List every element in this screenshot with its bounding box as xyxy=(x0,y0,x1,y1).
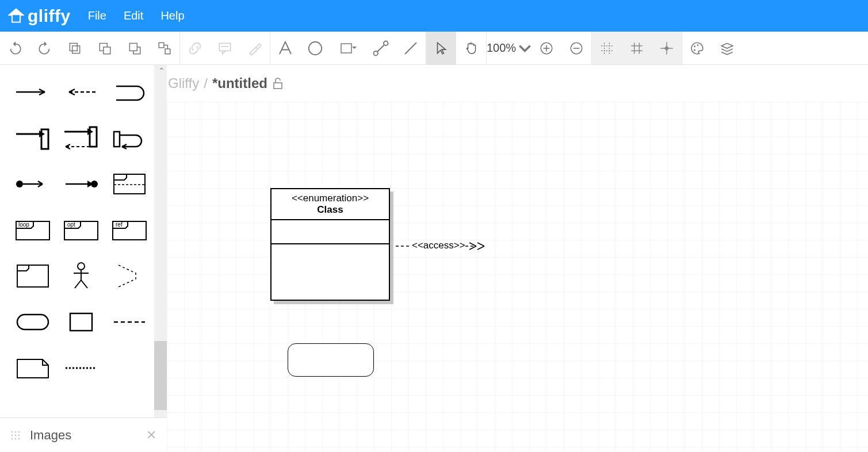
app-logo[interactable]: gliffy xyxy=(8,6,71,26)
svg-point-33 xyxy=(697,44,699,46)
stencil-rounded-rect[interactable] xyxy=(12,301,54,343)
svg-rect-0 xyxy=(70,43,77,51)
comment-button xyxy=(210,32,240,65)
stencil-found-message[interactable] xyxy=(12,163,54,205)
document-breadcrumb: Gliffy / *untitled xyxy=(167,75,284,91)
svg-rect-38 xyxy=(41,129,48,149)
stencil-lost-message[interactable] xyxy=(60,163,102,205)
undo-button[interactable] xyxy=(0,32,30,65)
svg-point-64 xyxy=(18,431,20,432)
pan-tool-button[interactable] xyxy=(456,32,486,65)
text-icon xyxy=(277,40,294,57)
svg-rect-8 xyxy=(219,43,231,51)
show-grid-button[interactable] xyxy=(622,32,652,65)
stencil-ref-frame[interactable]: ref xyxy=(108,209,151,251)
text-tool-button[interactable] xyxy=(270,32,300,65)
group-button[interactable] xyxy=(150,32,179,65)
ref-label: ref xyxy=(116,221,123,228)
stencil-rect[interactable] xyxy=(60,301,102,343)
theme-button[interactable] xyxy=(682,32,712,65)
send-back-button[interactable] xyxy=(120,32,150,65)
uml-enumeration-shape[interactable]: <<enumeration>> Class xyxy=(270,188,390,301)
images-panel-header[interactable]: Images ✕ xyxy=(0,417,167,452)
copy-button[interactable] xyxy=(60,32,90,65)
svg-point-63 xyxy=(15,431,17,432)
zoom-out-button[interactable] xyxy=(561,32,591,65)
canvas-area[interactable]: Gliffy / *untitled <<enumeration>> Class xyxy=(167,65,868,452)
stencil-frame[interactable] xyxy=(12,255,54,297)
svg-line-15 xyxy=(405,43,416,54)
uml-attributes-section[interactable] xyxy=(272,219,389,243)
stencil-dashed-line[interactable] xyxy=(108,301,151,343)
connector-tool-button[interactable] xyxy=(366,32,396,65)
svg-rect-7 xyxy=(165,49,170,54)
stencil-activation-return[interactable] xyxy=(60,117,102,159)
zoom-in-button[interactable] xyxy=(531,32,561,65)
stencil-return-arrow[interactable] xyxy=(60,71,102,113)
eyedropper-icon xyxy=(247,41,262,56)
line-tool-button[interactable] xyxy=(396,32,426,65)
redo-button[interactable] xyxy=(30,32,60,65)
scrollbar-thumb[interactable] xyxy=(154,341,167,410)
snap-grid-icon xyxy=(599,41,614,56)
sidebar: ⌃ loop opt ref xyxy=(0,65,167,452)
unlock-icon[interactable] xyxy=(272,77,284,90)
layers-icon xyxy=(720,41,735,56)
chevron-down-icon xyxy=(518,41,531,56)
stencil-actor[interactable] xyxy=(60,255,102,297)
svg-point-10 xyxy=(309,41,322,55)
link-button xyxy=(180,32,210,65)
svg-point-69 xyxy=(15,438,17,439)
stencil-message-arrow[interactable] xyxy=(12,71,54,113)
gliffy-icon xyxy=(8,8,24,24)
svg-rect-6 xyxy=(159,43,164,48)
svg-rect-40 xyxy=(90,127,97,147)
palette-icon xyxy=(690,41,705,56)
menu-help[interactable]: Help xyxy=(160,9,184,22)
svg-point-62 xyxy=(12,431,13,432)
bring-front-icon xyxy=(97,41,112,56)
close-icon[interactable]: ✕ xyxy=(146,428,156,443)
svg-rect-71 xyxy=(274,83,282,89)
stencil-frame-dashed[interactable] xyxy=(108,163,151,205)
document-filename[interactable]: *untitled xyxy=(212,75,267,91)
uml-class-name: Class xyxy=(317,204,343,215)
stencil-activation-send[interactable] xyxy=(12,117,54,159)
rectangle-tool-button[interactable] xyxy=(330,32,366,65)
stencil-dotted-line[interactable] xyxy=(60,347,102,389)
bring-front-button[interactable] xyxy=(90,32,120,65)
stencil-self-message[interactable] xyxy=(108,71,151,113)
uml-operations-section[interactable] xyxy=(272,243,389,293)
breadcrumb-sep: / xyxy=(204,75,208,91)
link-icon xyxy=(188,41,202,56)
scrollbar-track[interactable]: ⌃ xyxy=(154,65,167,417)
menubar: gliffy File Edit Help xyxy=(0,0,868,32)
svg-rect-42 xyxy=(114,132,120,147)
stencil-note[interactable] xyxy=(12,347,54,389)
shape-library: ⌃ loop opt ref xyxy=(0,65,167,417)
svg-rect-58 xyxy=(17,315,48,330)
menu-file[interactable]: File xyxy=(88,9,106,22)
stencil-self-activation[interactable] xyxy=(108,117,151,159)
stencil-loop-frame[interactable]: loop xyxy=(12,209,54,251)
circle-tool-button[interactable] xyxy=(300,32,330,65)
canvas-grid[interactable]: <<enumeration>> Class <<access>> xyxy=(167,102,868,452)
svg-point-68 xyxy=(12,438,13,439)
svg-point-32 xyxy=(694,45,695,47)
rounded-rect-shape[interactable] xyxy=(288,343,374,377)
svg-line-56 xyxy=(75,280,81,288)
svg-point-46 xyxy=(91,181,98,187)
scroll-up-icon[interactable]: ⌃ xyxy=(158,66,165,75)
stencil-empty xyxy=(108,347,151,389)
guides-button[interactable] xyxy=(652,32,682,65)
pointer-tool-button[interactable] xyxy=(426,32,456,65)
stencil-opt-frame[interactable]: opt xyxy=(60,209,102,251)
layers-button[interactable] xyxy=(712,32,742,65)
hand-icon xyxy=(464,41,479,56)
rectangle-icon xyxy=(339,40,357,57)
snap-grid-button[interactable] xyxy=(592,32,622,65)
connector-label[interactable]: <<access>> xyxy=(412,240,465,251)
stencil-decision-half[interactable] xyxy=(108,255,151,297)
zoom-level-dropdown[interactable]: 100% xyxy=(487,32,531,65)
menu-edit[interactable]: Edit xyxy=(124,9,143,22)
